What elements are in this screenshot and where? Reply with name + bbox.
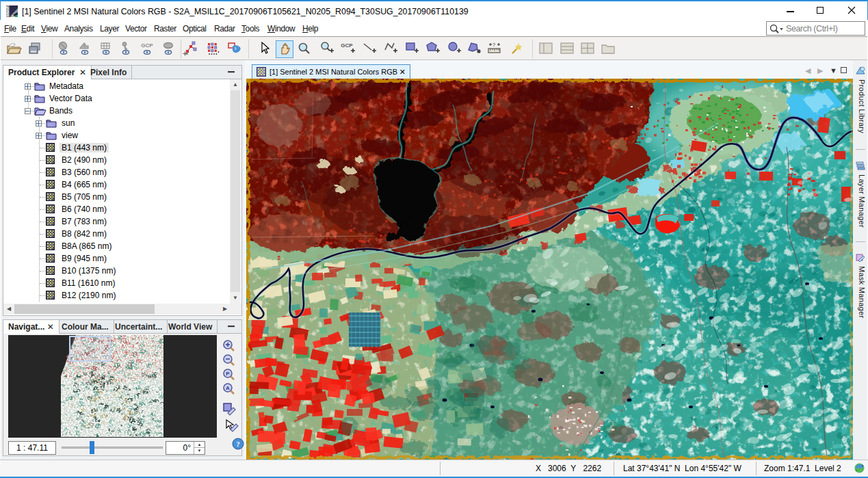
svg-text:?: ?: [236, 440, 240, 448]
svg-text:A: A: [226, 385, 230, 391]
svg-text:P: P: [226, 371, 230, 377]
svg-text:?: ?: [492, 42, 496, 48]
svg-text:GCP: GCP: [341, 42, 353, 49]
svg-text:SNAP: SNAP: [6, 6, 10, 17]
svg-text:GCP: GCP: [141, 42, 153, 49]
